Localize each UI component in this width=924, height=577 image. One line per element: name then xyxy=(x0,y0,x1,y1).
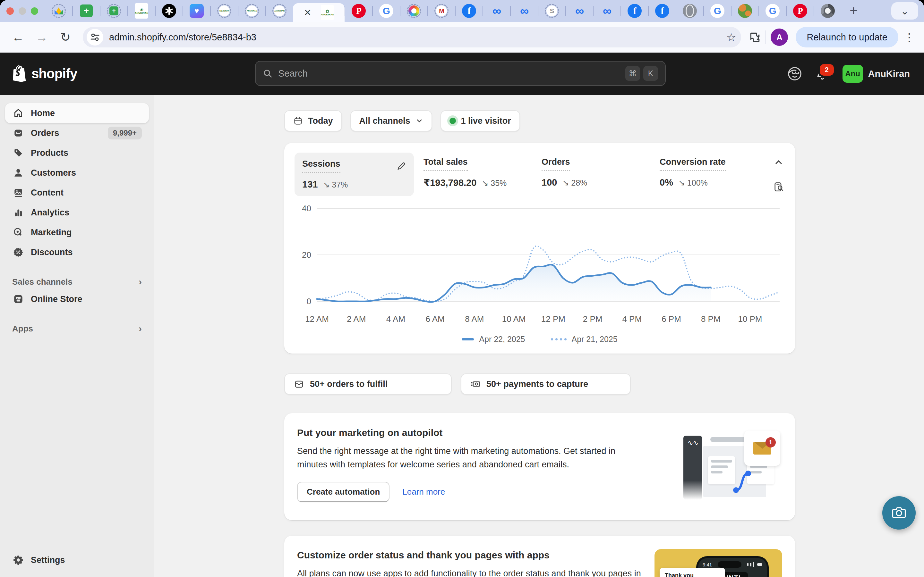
sidebar-item-discounts[interactable]: Discounts xyxy=(5,242,149,262)
tab-search-chevron-button[interactable]: ⌄ xyxy=(891,2,918,19)
metric-orders[interactable]: Orders 100 ↘ 28% xyxy=(541,153,660,188)
orders-icon xyxy=(12,127,24,139)
sidebar-item-content[interactable]: Content xyxy=(5,183,149,203)
meta-tab[interactable]: ∞ xyxy=(511,0,538,22)
s-site-tab-grouped[interactable]: S xyxy=(538,0,565,22)
sessions-line-chart[interactable]: 0204012 AM2 AM4 AM6 AM8 AM10 AM12 PM2 PM… xyxy=(294,196,785,334)
site-info-icon[interactable] xyxy=(87,29,103,45)
bookmark-star-icon[interactable]: ☆ xyxy=(726,31,736,44)
back-button[interactable]: ← xyxy=(8,27,27,47)
screenshot-camera-fab[interactable] xyxy=(882,496,916,530)
svg-text:4 AM: 4 AM xyxy=(386,314,405,324)
pinterest-tab[interactable]: P xyxy=(787,0,814,22)
sidebar-item-home[interactable]: Home xyxy=(5,103,149,123)
payments-cash-icon xyxy=(470,379,481,389)
create-automation-button[interactable]: Create automation xyxy=(297,482,389,502)
anukiran-doc-tab[interactable]: ❀ANUKIRAN xyxy=(128,0,155,22)
browser-profile-avatar[interactable]: A xyxy=(771,29,788,46)
pinterest-tab[interactable]: P xyxy=(345,0,372,22)
facebook-tab[interactable]: f xyxy=(621,0,648,22)
metric-total-sales[interactable]: Total sales ₹193,798.20 ↘ 35% xyxy=(423,153,541,188)
metric-label[interactable]: Conversion rate xyxy=(660,157,726,171)
minimize-window-button[interactable] xyxy=(19,7,26,15)
search-shortcut: ⌘ K xyxy=(625,66,658,81)
window-controls xyxy=(0,0,45,22)
metric-label[interactable]: Sessions xyxy=(302,159,341,173)
explore-data-icon[interactable] xyxy=(773,181,784,192)
sidekick-icon[interactable] xyxy=(787,66,802,81)
channels-dropdown-button[interactable]: All channels xyxy=(351,110,432,131)
anukiran-tab-grouped[interactable]: ANUKIRAN xyxy=(211,0,238,22)
google-tab[interactable]: G xyxy=(704,0,731,22)
legend-item-current[interactable]: Apr 22, 2025 xyxy=(462,335,525,344)
reload-button[interactable]: ↻ xyxy=(56,27,75,47)
notification-count-badge: 2 xyxy=(818,63,835,77)
url-text[interactable]: admin.shopify.com/store/5e8834-b3 xyxy=(109,32,720,43)
google-tab[interactable]: G xyxy=(373,0,400,22)
sidebar-item-online-store[interactable]: Online Store xyxy=(5,289,149,309)
facebook-tab[interactable]: f xyxy=(456,0,483,22)
active-shopify-tab[interactable]: ✕ ✿ANUKIRAN xyxy=(293,3,344,22)
sidebar-item-analytics[interactable]: Analytics xyxy=(5,203,149,222)
panel-title: Thank you xyxy=(665,572,720,577)
sidebar-item-customers[interactable]: Customers xyxy=(5,163,149,183)
date-range-button[interactable]: Today xyxy=(284,110,342,131)
meta-tab[interactable]: ∞ xyxy=(483,0,510,22)
edit-pencil-icon[interactable] xyxy=(397,161,406,171)
sheets-tab[interactable]: + xyxy=(73,0,100,22)
metric-label[interactable]: Total sales xyxy=(423,157,468,171)
sidebar-item-products[interactable]: Products xyxy=(5,143,149,163)
forward-button[interactable]: → xyxy=(32,27,51,47)
metric-value: 131 xyxy=(302,179,318,190)
browser-window: ++❀ANUKIRAN♥ANUKIRANANUKIRANANUKIRAN ✕ ✿… xyxy=(0,0,924,577)
live-visitors-button[interactable]: 1 live visitor xyxy=(441,110,520,131)
google-tab[interactable]: G xyxy=(759,0,786,22)
anukiran-tab-grouped[interactable]: ANUKIRAN xyxy=(266,0,293,22)
chevron-right-icon: › xyxy=(139,276,142,287)
wishlist-tab[interactable]: ♥ xyxy=(183,0,210,22)
sidebar-item-orders[interactable]: Orders 9,999+ xyxy=(5,123,149,143)
extensions-icon[interactable] xyxy=(749,31,761,43)
site-tab[interactable] xyxy=(732,0,758,22)
checkout-illustration: 9:41 VNTI Order summary ⌄ $275.00 xyxy=(654,549,782,577)
store-menu[interactable]: Anu AnuKiran xyxy=(843,65,910,83)
orders-to-fulfill-card[interactable]: 50+ orders to fulfill xyxy=(284,374,452,395)
anukiran-favicon: ✿ANUKIRAN xyxy=(321,5,334,20)
sidebar-item-marketing[interactable]: Marketing xyxy=(5,222,149,242)
metric-sessions[interactable]: Sessions 131 ↘ 37% xyxy=(294,153,414,196)
color-wheel-tab-grouped[interactable] xyxy=(401,0,427,22)
address-bar[interactable]: admin.shopify.com/store/5e8834-b3 ☆ xyxy=(83,27,741,47)
admin-search-bar[interactable]: Search ⌘ K xyxy=(255,61,666,86)
apps-header[interactable]: Apps › xyxy=(7,323,147,334)
meta-tab[interactable]: ∞ xyxy=(594,0,620,22)
chrome-page-tab[interactable] xyxy=(814,0,841,22)
m-site-tab-grouped[interactable]: M xyxy=(428,0,455,22)
legend-item-previous[interactable]: Apr 21, 2025 xyxy=(551,335,618,344)
facebook-tab[interactable]: f xyxy=(649,0,676,22)
calendar-icon xyxy=(293,116,303,126)
relaunch-to-update-button[interactable]: Relaunch to update xyxy=(796,27,898,47)
collapse-chevron-up-icon[interactable] xyxy=(774,157,784,167)
payments-to-capture-card[interactable]: 50+ payments to capture xyxy=(461,374,631,395)
notifications-button[interactable]: 2 xyxy=(816,67,829,81)
chatgpt-tab[interactable] xyxy=(156,0,183,22)
anukiran-tab-grouped[interactable]: ANUKIRAN xyxy=(238,0,265,22)
metric-label[interactable]: Orders xyxy=(541,157,570,171)
metric-conversion-rate[interactable]: Conversion rate 0% ↘ 100% xyxy=(660,153,778,188)
meta-tab[interactable]: ∞ xyxy=(566,0,593,22)
drive-tab[interactable] xyxy=(45,0,72,22)
zoom-window-button[interactable] xyxy=(31,7,38,15)
solid-line-swatch xyxy=(462,338,474,340)
chevron-down-icon xyxy=(415,117,423,125)
learn-more-link[interactable]: Learn more xyxy=(402,487,445,497)
sales-channels-header[interactable]: Sales channels › xyxy=(7,276,147,287)
card-body: All plans can now use apps to add functi… xyxy=(297,567,645,577)
close-window-button[interactable] xyxy=(6,7,14,15)
sheets-tab-grouped[interactable]: + xyxy=(100,0,128,22)
browser-menu-icon[interactable]: ⋮ xyxy=(903,31,916,44)
close-tab-icon[interactable]: ✕ xyxy=(304,7,311,18)
sidebar-item-settings[interactable]: Settings xyxy=(5,550,149,570)
marketing-autopilot-card: Put your marketing on autopilot Send the… xyxy=(284,413,795,520)
web-tab[interactable] xyxy=(676,0,703,22)
new-tab-button[interactable]: + xyxy=(841,0,866,22)
